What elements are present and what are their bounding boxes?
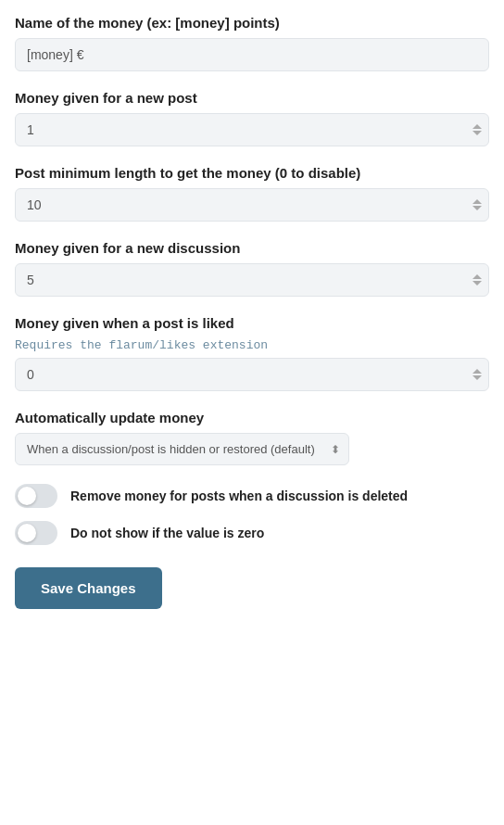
money-new-post-spinner[interactable] [472,124,482,135]
spinner-up-icon[interactable] [472,274,482,279]
remove-money-row: Remove money for posts when a discussion… [15,484,489,508]
money-liked-spinner[interactable] [472,369,482,380]
do-not-show-zero-toggle[interactable] [15,521,57,545]
money-liked-input[interactable] [15,358,489,391]
auto-update-select[interactable]: When a discussion/post is hidden or rest… [15,433,349,465]
auto-update-label: Automatically update money [15,410,489,425]
remove-money-toggle[interactable] [15,484,57,508]
post-min-length-input[interactable] [15,188,489,222]
auto-update-select-wrapper: When a discussion/post is hidden or rest… [15,433,349,465]
spinner-up-icon[interactable] [472,199,482,204]
post-min-length-wrapper [15,188,489,222]
money-new-discussion-field: Money given for a new discussion [15,240,489,297]
money-name-label: Name of the money (ex: [money] points) [15,15,489,31]
spinner-down-icon[interactable] [472,131,482,135]
money-new-discussion-input[interactable] [15,263,489,297]
post-min-length-spinner[interactable] [472,199,482,210]
money-new-post-field: Money given for a new post [15,90,489,146]
money-name-field: Name of the money (ex: [money] points) [15,15,489,71]
spinner-up-icon[interactable] [472,124,482,129]
money-new-discussion-wrapper [15,263,489,297]
spinner-down-icon[interactable] [472,281,482,286]
money-liked-wrapper [15,358,489,391]
money-new-discussion-label: Money given for a new discussion [15,240,489,256]
money-liked-hint: Requires the flarum/likes extension [15,338,489,352]
money-name-input[interactable] [15,38,489,71]
save-button[interactable]: Save Changes [15,567,162,609]
money-liked-label: Money given when a post is liked [15,315,489,331]
do-not-show-zero-thumb [18,524,36,542]
money-new-post-input[interactable] [15,113,489,146]
post-min-length-label: Post minimum length to get the money (0 … [15,165,489,181]
auto-update-field: Automatically update money When a discus… [15,410,489,465]
spinner-up-icon[interactable] [472,369,482,374]
remove-money-label: Remove money for posts when a discussion… [70,489,408,503]
post-min-length-field: Post minimum length to get the money (0 … [15,165,489,222]
do-not-show-zero-row: Do not show if the value is zero [15,521,489,545]
money-new-discussion-spinner[interactable] [472,274,482,286]
remove-money-thumb [18,487,36,505]
money-new-post-wrapper [15,113,489,146]
do-not-show-zero-label: Do not show if the value is zero [70,526,264,540]
money-new-post-label: Money given for a new post [15,90,489,106]
money-liked-field: Money given when a post is liked Require… [15,315,489,391]
spinner-down-icon[interactable] [472,375,482,380]
spinner-down-icon[interactable] [472,206,482,210]
